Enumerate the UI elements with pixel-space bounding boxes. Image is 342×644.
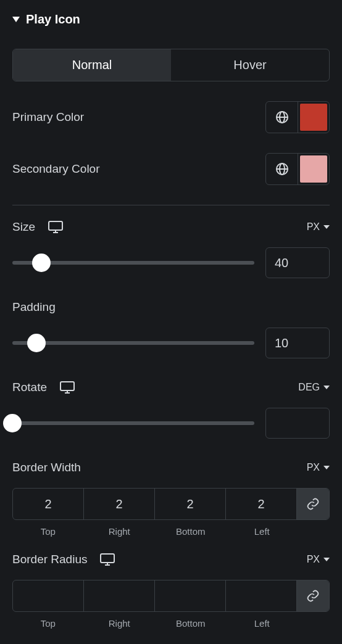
border-radius-header: Border Radius PX bbox=[12, 553, 330, 566]
globe-icon bbox=[275, 162, 290, 176]
border-width-labels: Top Right Bottom Left bbox=[12, 526, 330, 537]
size-header: Size PX bbox=[12, 220, 330, 234]
secondary-color-control bbox=[265, 153, 330, 185]
label-right: Right bbox=[84, 526, 156, 537]
label-top: Top bbox=[12, 618, 84, 629]
secondary-color-label: Secondary Color bbox=[12, 162, 100, 176]
border-width-right-input[interactable] bbox=[84, 489, 154, 519]
border-width-unit-select[interactable]: PX bbox=[307, 462, 330, 473]
border-radius-inputs bbox=[12, 580, 330, 612]
primary-color-row: Primary Color bbox=[12, 101, 330, 133]
desktop-icon[interactable] bbox=[48, 220, 64, 234]
chevron-down-icon bbox=[323, 558, 330, 561]
border-radius-unit-select[interactable]: PX bbox=[307, 554, 330, 565]
link-icon bbox=[306, 497, 320, 511]
size-input[interactable] bbox=[265, 247, 330, 278]
link-values-button[interactable] bbox=[297, 489, 329, 519]
border-radius-top-input[interactable] bbox=[13, 580, 83, 611]
divider bbox=[12, 205, 330, 205]
slider-thumb[interactable] bbox=[32, 254, 51, 272]
border-width-unit-label: PX bbox=[307, 462, 320, 473]
slider-thumb[interactable] bbox=[3, 414, 22, 432]
link-icon bbox=[306, 589, 320, 603]
border-radius-labels: Top Right Bottom Left bbox=[12, 618, 330, 629]
svg-rect-9 bbox=[60, 382, 74, 390]
padding-control bbox=[12, 328, 330, 358]
border-radius-unit-label: PX bbox=[307, 554, 320, 565]
link-values-button[interactable] bbox=[297, 580, 329, 611]
chevron-down-icon bbox=[323, 225, 330, 229]
desktop-icon[interactable] bbox=[59, 381, 75, 394]
rotate-input[interactable] bbox=[265, 408, 330, 439]
svg-rect-6 bbox=[49, 221, 62, 230]
border-radius-left-input[interactable] bbox=[226, 580, 296, 611]
label-left: Left bbox=[227, 526, 298, 537]
primary-color-swatch[interactable] bbox=[300, 104, 327, 131]
global-color-button[interactable] bbox=[266, 102, 298, 133]
primary-color-label: Primary Color bbox=[12, 110, 84, 124]
rotate-control bbox=[12, 408, 330, 439]
size-unit-label: PX bbox=[307, 221, 320, 233]
border-radius-bottom-input[interactable] bbox=[155, 580, 225, 611]
label-bottom: Bottom bbox=[155, 526, 227, 537]
rotate-slider[interactable] bbox=[12, 421, 254, 425]
rotate-header: Rotate DEG bbox=[12, 381, 330, 394]
rotate-label: Rotate bbox=[12, 381, 47, 394]
caret-down-icon bbox=[12, 17, 20, 22]
border-width-top-input[interactable] bbox=[13, 489, 83, 519]
global-color-button[interactable] bbox=[266, 154, 298, 184]
border-width-header: Border Width PX bbox=[12, 461, 330, 474]
section-title: Play Icon bbox=[26, 12, 80, 27]
secondary-color-swatch[interactable] bbox=[300, 155, 327, 183]
label-top: Top bbox=[12, 526, 84, 537]
slider-thumb[interactable] bbox=[27, 334, 46, 352]
size-slider[interactable] bbox=[12, 261, 254, 265]
chevron-down-icon bbox=[323, 386, 330, 389]
padding-slider[interactable] bbox=[12, 341, 254, 345]
border-width-inputs bbox=[12, 488, 330, 520]
label-left: Left bbox=[227, 618, 298, 629]
padding-header: Padding bbox=[12, 300, 330, 314]
size-control bbox=[12, 247, 330, 278]
state-tabs: Normal Hover bbox=[12, 49, 330, 81]
rotate-unit-label: DEG bbox=[298, 382, 320, 393]
tab-hover[interactable]: Hover bbox=[171, 49, 329, 81]
primary-color-control bbox=[265, 101, 330, 133]
padding-label: Padding bbox=[12, 300, 56, 314]
globe-icon bbox=[275, 110, 290, 125]
border-width-bottom-input[interactable] bbox=[155, 489, 225, 519]
border-radius-right-input[interactable] bbox=[84, 580, 154, 611]
rotate-unit-select[interactable]: DEG bbox=[298, 382, 330, 393]
size-unit-select[interactable]: PX bbox=[307, 221, 330, 233]
size-label: Size bbox=[12, 220, 35, 234]
chevron-down-icon bbox=[323, 466, 330, 469]
padding-input[interactable] bbox=[265, 328, 330, 358]
section-header[interactable]: Play Icon bbox=[12, 12, 330, 27]
border-radius-label: Border Radius bbox=[12, 553, 87, 566]
border-width-left-input[interactable] bbox=[226, 489, 296, 519]
label-right: Right bbox=[84, 618, 156, 629]
label-bottom: Bottom bbox=[155, 618, 227, 629]
tab-normal[interactable]: Normal bbox=[13, 49, 171, 81]
desktop-icon[interactable] bbox=[99, 553, 115, 566]
border-width-label: Border Width bbox=[12, 461, 81, 474]
svg-rect-12 bbox=[101, 554, 114, 563]
secondary-color-row: Secondary Color bbox=[12, 153, 330, 185]
